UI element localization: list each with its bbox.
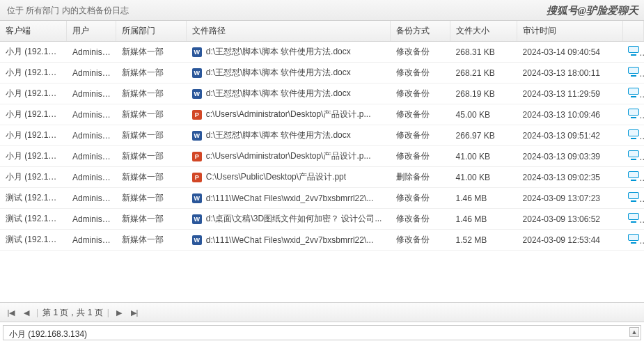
cell-dept: 新媒体一部 [116,230,187,251]
col-header-time[interactable]: 审计时间 [517,21,623,42]
cell-size: 41.00 KB [450,146,517,167]
cell-path-text: d:\111\WeChat Files\wxid_2vv7bxsbmrrl22\… [206,235,374,245]
table-row[interactable]: 小月 (192.168.3...Administra...新媒体一部Wd:\王怼… [0,42,644,63]
log-table: 客户端 用户 所属部门 文件路径 备份方式 文件大小 审计时间 小月 (192.… [0,21,644,251]
cell-user: Administra... [67,146,116,167]
cell-user: Administra... [67,125,116,146]
monitor-icon[interactable] [628,171,639,181]
cell-action [622,104,643,125]
monitor-icon[interactable] [628,213,639,223]
cell-time: 2024-03-13 18:00:11 [517,63,623,84]
cell-time: 2024-03-13 09:03:39 [517,146,623,167]
cell-size: 1.46 MB [450,188,517,209]
cell-path: PC:\Users\Public\Desktop\产品设计.ppt [187,167,391,188]
cell-time: 2024-03-09 13:06:52 [517,209,623,230]
pager-last-button[interactable]: ▶| [129,307,140,318]
col-header-size[interactable]: 文件大小 [450,21,517,42]
cell-client: 小月 (192.168.3... [0,104,67,125]
title-bar: 位于 所有部门 内的文档备份日志 搜狐号@驴脸爱聊天 [0,0,644,21]
monitor-icon[interactable] [628,67,639,77]
cell-method: 修改备份 [391,63,450,84]
table-row[interactable]: 小月 (192.168.3...Administra...新媒体一部Wd:\王怼… [0,63,644,84]
cell-client: 小月 (192.168.3... [0,146,67,167]
table-row[interactable]: 小月 (192.168.3...Administra...新媒体一部Wd:\王怼… [0,84,644,104]
cell-path: Wd:\桌面\文稿\3D图纸文件如何加密？ 设计公司... [187,209,391,230]
col-header-user[interactable]: 用户 [67,21,116,42]
table-row[interactable]: 测试 (192.168.4...Administra...新媒体一部Wd:\11… [0,188,644,209]
cell-action [622,63,643,84]
monitor-icon[interactable] [628,129,639,139]
cell-path: Pc:\Users\Administrator\Desktop\产品设计.p..… [187,146,391,167]
cell-path-text: d:\桌面\文稿\3D图纸文件如何加密？ 设计公司... [206,213,382,225]
cell-time: 2024-03-13 11:29:59 [517,84,623,104]
table-header-row: 客户端 用户 所属部门 文件路径 备份方式 文件大小 审计时间 [0,21,644,42]
cell-size: 1.52 MB [450,230,517,251]
table-row[interactable]: 小月 (192.168.3...Administra...新媒体一部Wd:\王怼… [0,125,644,146]
cell-action [622,125,643,146]
cell-path: Pc:\Users\Administrator\Desktop\产品设计.p..… [187,104,391,125]
cell-client: 小月 (192.168.3... [0,84,67,104]
pager-prev-button[interactable]: ◀ [21,307,32,318]
cell-client: 小月 (192.168.3... [0,63,67,84]
cell-action [622,146,643,167]
cell-user: Administra... [67,167,116,188]
cell-dept: 新媒体一部 [116,84,187,104]
word-file-icon: W [192,89,202,99]
cell-client: 测试 (192.168.4... [0,188,67,209]
monitor-icon[interactable] [628,109,639,118]
cell-action [622,167,643,188]
cell-user: Administra... [67,230,116,251]
cell-user: Administra... [67,63,116,84]
cell-path: Wd:\111\WeChat Files\wxid_2vv7bxsbmrrl22… [187,188,391,209]
col-header-action [622,21,643,42]
col-header-method[interactable]: 备份方式 [391,21,450,42]
cell-size: 1.46 MB [450,209,517,230]
monitor-icon[interactable] [628,150,639,160]
cell-action [622,188,643,209]
monitor-icon[interactable] [628,88,639,97]
cell-client: 小月 (192.168.3... [0,167,67,188]
powerpoint-file-icon: P [192,152,202,161]
cell-path: Wd:\王怼怼\脚本\脚本 软件使用方法.docx [187,42,391,63]
cell-method: 修改备份 [391,146,450,167]
powerpoint-file-icon: P [192,173,202,182]
pager-first-button[interactable]: |◀ [6,307,17,318]
col-header-client[interactable]: 客户端 [0,21,67,42]
cell-path-text: d:\王怼怼\脚本\脚本 软件使用方法.docx [206,129,351,141]
detail-box: 小月 (192.168.3.134) ▲ [3,325,641,340]
cell-user: Administra... [67,42,116,63]
table-row[interactable]: 小月 (192.168.3...Administra...新媒体一部Pc:\Us… [0,146,644,167]
log-table-container: 客户端 用户 所属部门 文件路径 备份方式 文件大小 审计时间 小月 (192.… [0,21,644,303]
powerpoint-file-icon: P [192,110,202,120]
pager-text: 第 1 页，共 1 页 [42,303,103,322]
cell-method: 修改备份 [391,84,450,104]
cell-dept: 新媒体一部 [116,104,187,125]
watermark: 搜狐号@驴脸爱聊天 [547,0,638,21]
cell-path-text: C:\Users\Public\Desktop\产品设计.ppt [206,171,346,183]
table-row[interactable]: 测试 (192.168.4...Administra...新媒体一部Wd:\桌面… [0,209,644,230]
pager-next-button[interactable]: ▶ [113,307,125,318]
cell-client: 小月 (192.168.3... [0,125,67,146]
col-header-path[interactable]: 文件路径 [187,21,391,42]
scroll-up-button[interactable]: ▲ [629,327,639,337]
cell-client: 小月 (192.168.3... [0,42,67,63]
cell-dept: 新媒体一部 [116,209,187,230]
cell-size: 268.31 KB [450,42,517,63]
cell-method: 修改备份 [391,125,450,146]
monitor-icon[interactable] [628,46,639,56]
cell-dept: 新媒体一部 [116,167,187,188]
table-row[interactable]: 小月 (192.168.3...Administra...新媒体一部PC:\Us… [0,167,644,188]
cell-user: Administra... [67,84,116,104]
monitor-icon[interactable] [628,234,639,244]
cell-method: 修改备份 [391,230,450,251]
word-file-icon: W [192,47,202,57]
table-row[interactable]: 小月 (192.168.3...Administra...新媒体一部Pc:\Us… [0,104,644,125]
monitor-icon[interactable] [628,192,639,202]
cell-dept: 新媒体一部 [116,146,187,167]
cell-action [622,42,643,63]
table-row[interactable]: 测试 (192.168.4...Administra...新媒体一部Wd:\11… [0,230,644,251]
word-file-icon: W [192,235,202,245]
cell-path-text: c:\Users\Administrator\Desktop\产品设计.p... [206,150,371,162]
cell-user: Administra... [67,188,116,209]
col-header-dept[interactable]: 所属部门 [116,21,187,42]
